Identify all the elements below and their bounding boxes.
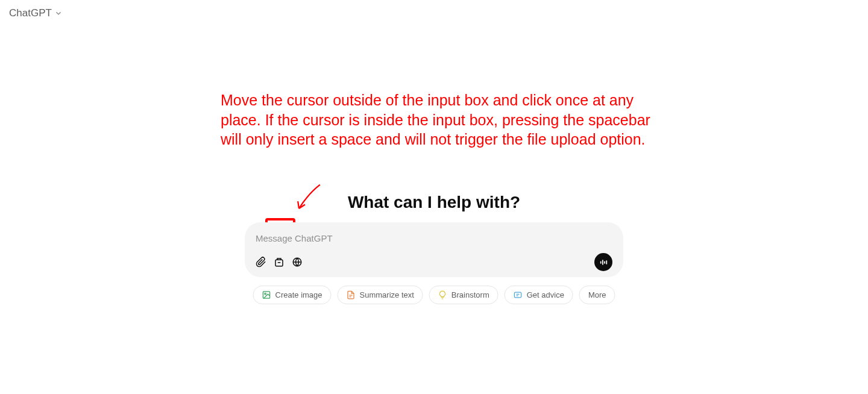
page-heading: What can I help with? [0, 193, 868, 212]
svg-point-7 [265, 293, 266, 295]
input-toolbar [256, 253, 612, 271]
suggestion-label: Summarize text [360, 290, 414, 299]
suggestion-brainstorm[interactable]: Brainstorm [429, 286, 498, 304]
chat-input[interactable] [256, 231, 612, 246]
annotation-text: Move the cursor outside of the input box… [221, 90, 655, 149]
svg-rect-2 [600, 261, 601, 263]
toolbar-left [256, 257, 303, 267]
attach-icon[interactable] [256, 257, 266, 267]
model-label: ChatGPT [9, 7, 52, 19]
advice-icon [514, 290, 523, 299]
suggestion-get-advice[interactable]: Get advice [505, 286, 573, 304]
waveform-icon [599, 257, 609, 267]
model-selector[interactable]: ChatGPT [9, 7, 63, 19]
svg-rect-3 [602, 260, 603, 265]
svg-rect-4 [604, 261, 605, 263]
document-icon [347, 290, 356, 299]
image-icon [262, 290, 271, 299]
suggestion-label: More [588, 290, 606, 299]
svg-rect-10 [515, 292, 521, 298]
suggestion-label: Get advice [527, 290, 564, 299]
globe-icon[interactable] [292, 257, 303, 267]
suggestion-row: Create image Summarize text Brainstorm [253, 286, 615, 304]
suggestion-create-image[interactable]: Create image [253, 286, 332, 304]
suggestion-more[interactable]: More [579, 286, 615, 304]
voice-button[interactable] [594, 253, 612, 271]
chevron-down-icon [54, 9, 63, 17]
svg-rect-5 [606, 260, 607, 264]
chat-input-container [245, 222, 623, 277]
lightbulb-icon [438, 290, 447, 299]
tools-icon[interactable] [274, 257, 285, 267]
suggestion-label: Brainstorm [451, 290, 489, 299]
suggestion-summarize-text[interactable]: Summarize text [338, 286, 423, 304]
suggestion-label: Create image [275, 290, 322, 299]
